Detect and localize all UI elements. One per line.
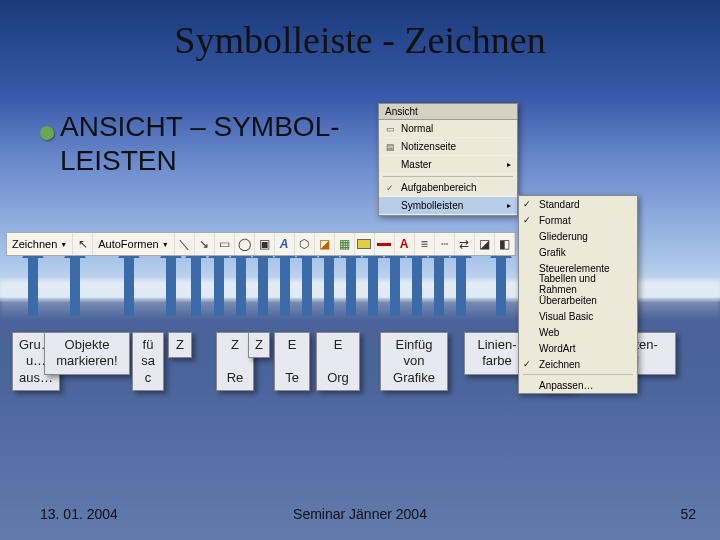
bullet-icon (40, 126, 54, 140)
submenu-label: Web (539, 327, 559, 338)
menu-item-normal[interactable]: ▭ Normal (379, 120, 517, 138)
menu-label: Master (401, 159, 432, 170)
menu-label: Normal (401, 123, 433, 134)
menu-label: Symbolleisten (401, 200, 463, 211)
menu-separator (383, 176, 513, 177)
callout-card-einfuegen-grafiken: Einfüg von Grafike (380, 332, 448, 391)
autoformen-menu-button[interactable]: AutoFormen▼ (93, 233, 174, 255)
normal-view-icon: ▭ (383, 124, 397, 134)
fill-color-icon[interactable] (355, 233, 375, 255)
symbolleisten-submenu: ✓Standard ✓Format Gliederung Grafik Steu… (518, 195, 638, 394)
slide-title: Symbolleiste - Zeichnen (0, 18, 720, 62)
menu-item-aufgabenbereich[interactable]: ✓ Aufgabenbereich (379, 179, 517, 197)
submenu-label: Grafik (539, 247, 566, 258)
3d-icon[interactable]: ◧ (495, 233, 515, 255)
submenu-label: Steuerelemente (539, 263, 610, 274)
clipart-icon[interactable]: ◪ (315, 233, 335, 255)
menu-title: Ansicht (379, 104, 517, 120)
submenu-item-tabellen[interactable]: Tabellen und Rahmen (519, 276, 637, 292)
callout-card: E Te (274, 332, 310, 391)
callout-card: fü sa c (132, 332, 164, 391)
subtitle-line-2: LEISTEN (60, 145, 177, 176)
callout-card-objekte-markieren: Objekte markieren! (44, 332, 130, 375)
submenu-item-format[interactable]: ✓Format (519, 212, 637, 228)
submenu-item-zeichnen[interactable]: ✓Zeichnen (519, 356, 637, 372)
ansicht-menu: Ansicht ▭ Normal ▤ Notizenseite Master ▸… (378, 103, 518, 216)
line-style-icon[interactable]: ≡ (415, 233, 435, 255)
submenu-label: Zeichnen (539, 359, 580, 370)
submenu-label: Überarbeiten (539, 295, 597, 306)
submenu-item-anpassen[interactable]: Anpassen… (519, 377, 637, 393)
slide-subtitle: ANSICHT – SYMBOL- LEISTEN (60, 110, 340, 177)
font-color-icon[interactable]: A (395, 233, 415, 255)
callout-card: Z (168, 332, 192, 358)
checkmark-icon: ✓ (523, 215, 531, 225)
page-number: 52 (680, 506, 696, 522)
chevron-right-icon: ▸ (507, 201, 511, 210)
submenu-label: Anpassen… (539, 380, 593, 391)
zeichnen-menu-button[interactable]: Zeichnen▼ (7, 233, 73, 255)
diagram-icon[interactable]: ⬡ (295, 233, 315, 255)
toolbar-label: AutoFormen (98, 238, 159, 250)
menu-item-master[interactable]: Master ▸ (379, 156, 517, 174)
checkmark-icon: ✓ (383, 183, 397, 193)
menu-item-notizenseite[interactable]: ▤ Notizenseite (379, 138, 517, 156)
callout-card: Z (248, 332, 270, 358)
submenu-separator (523, 374, 633, 375)
menu-label: Aufgabenbereich (401, 182, 477, 193)
menu-label: Notizenseite (401, 141, 456, 152)
submenu-label: WordArt (539, 343, 576, 354)
footer-text: Seminar Jänner 2004 (0, 506, 720, 522)
wordart-icon[interactable]: A (275, 233, 295, 255)
zeichnen-toolbar: Zeichnen▼ ↖ AutoFormen▼ ＼ ↘ ▭ ◯ ▣ A ⬡ ◪ … (6, 232, 516, 256)
insert-picture-icon[interactable]: ▦ (335, 233, 355, 255)
line-icon[interactable]: ＼ (175, 233, 195, 255)
callout-card: E Org (316, 332, 360, 391)
submenu-item-web[interactable]: Web (519, 324, 637, 340)
shadow-icon[interactable]: ◪ (475, 233, 495, 255)
chevron-right-icon: ▸ (507, 160, 511, 169)
submenu-label: Visual Basic (539, 311, 593, 322)
submenu-item-wordart[interactable]: WordArt (519, 340, 637, 356)
submenu-item-visual-basic[interactable]: Visual Basic (519, 308, 637, 324)
subtitle-line-1: ANSICHT – SYMBOL- (60, 111, 340, 142)
textbox-icon[interactable]: ▣ (255, 233, 275, 255)
chevron-down-icon: ▼ (60, 241, 67, 248)
arrow-icon[interactable]: ↘ (195, 233, 215, 255)
notes-view-icon: ▤ (383, 142, 397, 152)
oval-icon[interactable]: ◯ (235, 233, 255, 255)
submenu-item-gliederung[interactable]: Gliederung (519, 228, 637, 244)
dash-style-icon[interactable]: ┄ (435, 233, 455, 255)
submenu-item-ueberarbeiten[interactable]: Überarbeiten (519, 292, 637, 308)
submenu-label: Standard (539, 199, 580, 210)
arrow-style-icon[interactable]: ⇄ (455, 233, 475, 255)
chevron-down-icon: ▼ (162, 241, 169, 248)
checkmark-icon: ✓ (523, 199, 531, 209)
rectangle-icon[interactable]: ▭ (215, 233, 235, 255)
submenu-item-grafik[interactable]: Grafik (519, 244, 637, 260)
submenu-item-standard[interactable]: ✓Standard (519, 196, 637, 212)
submenu-label: Format (539, 215, 571, 226)
toolbar-label: Zeichnen (12, 238, 57, 250)
select-objects-icon[interactable]: ↖ (73, 233, 93, 255)
line-color-icon[interactable] (375, 233, 395, 255)
checkmark-icon: ✓ (523, 359, 531, 369)
submenu-label: Gliederung (539, 231, 588, 242)
menu-item-symbolleisten[interactable]: Symbolleisten ▸ (379, 197, 517, 215)
